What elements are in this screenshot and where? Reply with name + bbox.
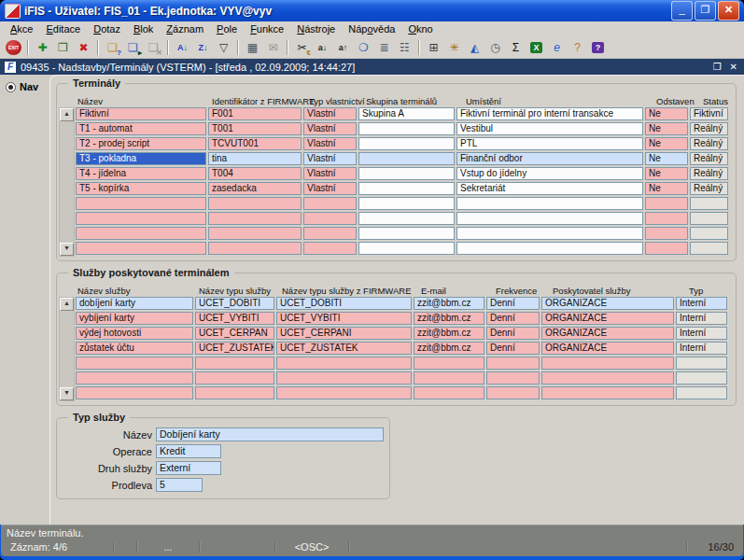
cell-3-5[interactable]: ORGANIZACE <box>541 342 674 355</box>
mdi-restore-button[interactable]: ❐ <box>711 62 723 72</box>
cell-2-3[interactable]: zzit@bbm.cz <box>414 327 484 340</box>
currency-up-icon[interactable]: a↑ <box>333 38 353 57</box>
cell-4-6[interactable]: Reálný <box>690 167 728 180</box>
cell-0-2[interactable]: UCET_DOBITI <box>276 297 412 310</box>
operation-field[interactable]: Kredit <box>156 444 221 458</box>
cell-2-0[interactable]: výdej hotovosti <box>76 327 193 340</box>
cell-1-3[interactable]: zzit@bbm.cz <box>414 312 484 325</box>
menu-akce[interactable]: Akce <box>4 22 39 35</box>
cell-0-1[interactable]: UCET_DOBITI <box>195 297 274 310</box>
cell-3-0[interactable]: zůstatek účtu <box>76 342 193 355</box>
cell-5-1[interactable]: zasedacka <box>208 182 302 195</box>
enter-query-icon[interactable]: ❏? <box>103 38 122 57</box>
service-kind-field[interactable]: Externí <box>156 461 221 475</box>
cell-0-6[interactable]: Fiktivní <box>690 107 728 120</box>
search-tool-icon[interactable]: ❍ <box>354 38 373 57</box>
scroll-down-icon[interactable]: ▼ <box>60 243 74 256</box>
delete-record-icon[interactable]: ✖ <box>74 38 93 57</box>
sort-ascending-icon[interactable]: A↓ <box>173 38 192 57</box>
clock-icon[interactable]: ◷ <box>485 38 505 57</box>
currency-down-icon[interactable]: a↓ <box>313 38 332 57</box>
cell-1-0[interactable]: vybíjení karty <box>76 312 193 325</box>
chart-icon[interactable]: ◭ <box>465 38 484 57</box>
cell-2-1[interactable]: TCVUT001 <box>208 137 302 150</box>
cell-5-3[interactable] <box>358 182 455 195</box>
terminals-scrollbar[interactable]: ▲ ▼ <box>59 107 75 257</box>
cell-3-6[interactable]: Interní <box>676 342 727 355</box>
cell-0-0[interactable]: Fiktivní <box>76 107 206 120</box>
cell-5-4[interactable]: Sekretariát <box>456 182 643 195</box>
excel-export-icon[interactable]: X <box>526 38 546 57</box>
cell-3-3[interactable] <box>358 152 455 165</box>
cell-3-5[interactable]: Ne <box>645 152 688 165</box>
cell-0-4[interactable]: Fiktivní terminál pro interní transakce <box>456 107 643 120</box>
insert-record-icon[interactable]: ✚ <box>33 38 52 57</box>
menu-blok[interactable]: Blok <box>127 22 160 35</box>
cell-1-6[interactable]: Interní <box>676 312 727 325</box>
exit-button[interactable]: EXIT <box>4 38 23 57</box>
cell-1-1[interactable]: UCET_VYBITI <box>195 312 274 325</box>
menu-funkce[interactable]: Funkce <box>244 22 290 35</box>
minimize-button[interactable]: _ <box>671 1 693 21</box>
cell-3-1[interactable]: tina <box>208 152 302 165</box>
cell-1-6[interactable]: Reálný <box>690 122 728 135</box>
cell-1-5[interactable]: Ne <box>645 122 688 135</box>
help-icon[interactable]: ? <box>568 38 587 57</box>
services-scrollbar[interactable]: ▲ ▼ <box>59 297 75 401</box>
cell-2-6[interactable]: Reálný <box>690 137 728 150</box>
execute-query-icon[interactable]: ❏▸ <box>123 38 143 57</box>
cell-1-3[interactable] <box>358 122 455 135</box>
cell-3-1[interactable]: UCET_ZUSTATEK <box>195 342 274 355</box>
cell-3-4[interactable]: Finanční odbor <box>456 152 643 165</box>
mdi-close-button[interactable]: ✕ <box>728 62 739 72</box>
close-button[interactable]: ✕ <box>718 1 739 21</box>
cell-2-2[interactable]: UCET_CERPANI <box>276 327 412 340</box>
sort-descending-icon[interactable]: Z↓ <box>193 38 213 57</box>
cell-4-2[interactable]: Vlastní <box>303 167 357 180</box>
menu-nastroje[interactable]: Nástroje <box>290 22 342 35</box>
cell-3-0[interactable]: T3 - pokladna <box>76 152 206 165</box>
cell-1-2[interactable]: UCET_VYBITI <box>276 312 412 325</box>
menu-okno[interactable]: Okno <box>401 22 439 35</box>
cell-0-6[interactable]: Interní <box>676 297 727 310</box>
cell-4-1[interactable]: T004 <box>208 167 302 180</box>
cell-1-4[interactable]: Vestibul <box>456 122 643 135</box>
browser-icon[interactable]: e <box>547 38 567 57</box>
menu-pole[interactable]: Pole <box>210 22 244 35</box>
cell-0-4[interactable]: Denní <box>486 297 540 310</box>
scroll-up-icon[interactable]: ▲ <box>60 298 74 311</box>
cell-2-5[interactable]: ORGANIZACE <box>541 327 674 340</box>
cell-1-0[interactable]: T1 - automat <box>76 122 206 135</box>
menu-dotaz[interactable]: Dotaz <box>87 22 127 35</box>
cell-0-5[interactable]: ORGANIZACE <box>541 297 674 310</box>
cell-2-5[interactable]: Ne <box>645 137 688 150</box>
service-name-field[interactable]: Dobíjení karty <box>156 427 384 441</box>
cell-3-3[interactable]: zzit@bbm.cz <box>414 342 484 355</box>
menu-zaznam[interactable]: Záznam <box>160 22 210 35</box>
cell-0-1[interactable]: F001 <box>208 107 302 120</box>
tree-view-icon[interactable]: ☷ <box>395 38 414 57</box>
list-values-icon[interactable]: ≣ <box>374 38 394 57</box>
scroll-down-icon[interactable]: ▼ <box>60 387 74 400</box>
cell-3-2[interactable]: UCET_ZUSTATEK <box>276 342 412 355</box>
calculator-icon[interactable]: ⊞ <box>424 38 443 57</box>
cell-4-0[interactable]: T4 - jídelna <box>76 167 206 180</box>
wheel-icon[interactable]: ✳ <box>444 38 464 57</box>
cell-1-4[interactable]: Denní <box>486 312 540 325</box>
cell-0-3[interactable]: Skupina A <box>358 107 455 120</box>
scroll-up-icon[interactable]: ▲ <box>60 108 74 121</box>
cell-1-1[interactable]: T001 <box>208 122 302 135</box>
title-bar[interactable]: iFIS - Uživatel: FIS_01 - Ek.jednotka: V… <box>0 0 744 21</box>
maximize-button[interactable]: ❐ <box>695 1 716 21</box>
cell-0-3[interactable]: zzit@bbm.cz <box>414 297 484 310</box>
scroll-track[interactable] <box>60 311 74 387</box>
mdi-title-bar[interactable]: F 09435 - Nadstavby/Terminály (VSTERM) -… <box>0 59 744 75</box>
cell-0-0[interactable]: dobíjení karty <box>76 297 193 310</box>
cell-3-2[interactable]: Vlastní <box>303 152 357 165</box>
cell-2-1[interactable]: UCET_CERPAN <box>195 327 274 340</box>
sum-icon[interactable]: Σ <box>506 38 526 57</box>
cut-currency-icon[interactable]: ✂€ <box>292 38 312 57</box>
cell-5-5[interactable]: Ne <box>645 182 688 195</box>
cell-5-6[interactable]: Reálný <box>690 182 728 195</box>
cell-2-6[interactable]: Interní <box>676 327 727 340</box>
